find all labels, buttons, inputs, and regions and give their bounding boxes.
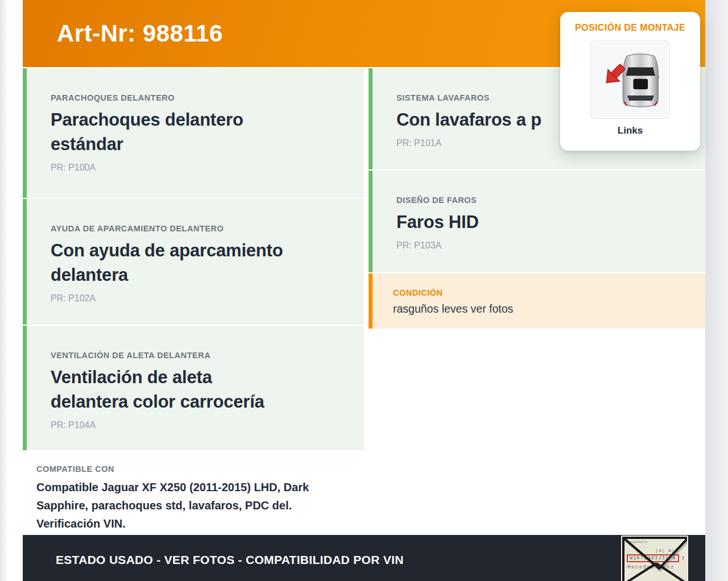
compatibility-text: Compatible Jaguar XF X250 (2011-2015) LH… xyxy=(36,478,341,533)
footer-banner-text: ESTADO USADO - VER FOTOS - COMPATIBILIDA… xyxy=(56,553,404,567)
option-label: VENTILACIÓN DE ALETA DELANTERA xyxy=(51,351,347,360)
option-label: PARACHOQUES DELANTERO xyxy=(51,93,347,102)
mounting-position-image xyxy=(590,40,670,119)
page-left-edge xyxy=(0,0,8,581)
option-title: Ventilación de aleta delantera color car… xyxy=(51,365,347,414)
mounting-position-title: POSICIÓN DE MONTAJE xyxy=(560,23,700,33)
condition-label: CONDICIÓN xyxy=(393,288,688,297)
footer-banner: ESTADO USADO - VER FOTOS - COMPATIBILIDA… xyxy=(23,535,705,581)
option-pr-code: PR: P100A xyxy=(51,163,347,173)
option-pr-code: PR: P104A xyxy=(51,420,347,430)
condition-text: rasguños leves ver fotos xyxy=(393,302,688,316)
option-label: AYUDA DE APARCAMIENTO DELANTERO xyxy=(51,224,347,233)
option-title: Con ayuda de aparcamiento delantera xyxy=(51,238,347,287)
option-card-front-bumper: PARACHOQUES DELANTERO Parachoques delant… xyxy=(23,68,364,198)
option-title: Parachoques delantero estándar xyxy=(51,107,347,156)
option-card-headlight-design: DISEÑO DE FAROS Faros HID PR: P103A xyxy=(369,171,705,272)
compatibility-card: COMPATIBLE CON Compatible Jaguar XF X250… xyxy=(23,451,364,533)
left-column: PARACHOQUES DELANTERO Parachoques delant… xyxy=(23,68,364,533)
option-pr-code: PR: P103A xyxy=(396,240,688,251)
article-number-title: Art-Nr: 988116 xyxy=(57,20,223,47)
page-right-edge xyxy=(705,0,728,581)
option-card-fender-vent: VENTILACIÓN DE ALETA DELANTERA Ventilaci… xyxy=(23,326,364,450)
option-label: DISEÑO DE FAROS xyxy=(396,196,688,205)
option-title: Faros HID xyxy=(396,210,688,234)
car-top-view-icon xyxy=(594,44,667,115)
vin-document-photo: Fahrgestell-Nr. |4| A|A W1K71463J31 8 7 … xyxy=(621,536,688,581)
compatibility-label: COMPATIBLE CON xyxy=(36,464,341,474)
mounting-position-value: Links xyxy=(560,125,700,136)
option-pr-code: PR: P102A xyxy=(51,293,347,304)
condition-card: CONDICIÓN rasguños leves ver fotos xyxy=(369,273,705,329)
mounting-position-card: POSICIÓN DE MONTAJE xyxy=(560,12,700,151)
option-card-parking-aid: AYUDA DE APARCAMIENTO DELANTERO Con ayud… xyxy=(23,199,364,325)
envelope-icon xyxy=(622,537,688,581)
